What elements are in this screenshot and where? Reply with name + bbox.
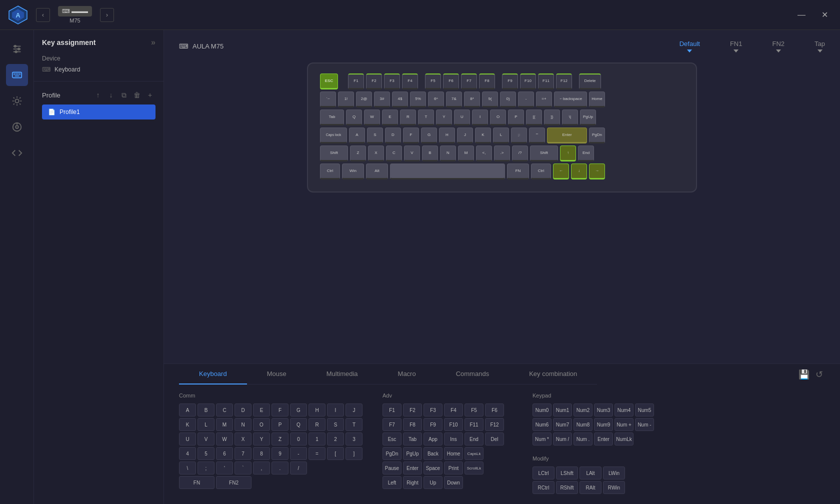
comm-key-r[interactable]: R (308, 418, 326, 431)
kp-num7[interactable]: Num7 (553, 418, 572, 431)
key-up[interactable]: ↑ (560, 146, 576, 162)
key-p[interactable]: P (508, 110, 524, 126)
key-enter[interactable]: Enter (547, 128, 587, 144)
key-quote[interactable]: '" (529, 128, 545, 144)
key-l[interactable]: L (493, 128, 509, 144)
comm-key-p[interactable]: P (272, 418, 288, 431)
key-c[interactable]: C (386, 146, 402, 162)
sidebar-item-key-assignment[interactable] (6, 64, 28, 86)
comm-key-k[interactable]: K (179, 418, 196, 431)
kp-numdot[interactable]: Num . (574, 432, 592, 446)
comm-key-comma[interactable]: , (253, 462, 270, 474)
key-z[interactable]: Z (350, 146, 366, 162)
kp-num6[interactable]: Num6 (532, 418, 552, 431)
key-j[interactable]: J (457, 128, 473, 144)
comm-key-minus[interactable]: - (290, 447, 307, 460)
comm-key-lbracket[interactable]: [ (327, 447, 344, 460)
key-b[interactable]: B (422, 146, 438, 162)
comm-key-rbracket[interactable]: ] (346, 447, 362, 460)
comm-key-t[interactable]: T (346, 418, 362, 431)
comm-key-1[interactable]: 1 (308, 432, 326, 446)
adv-key-esc[interactable]: Esc (382, 432, 402, 446)
key-3[interactable]: 3# (374, 92, 390, 108)
key-1[interactable]: 1! (338, 92, 354, 108)
key-space[interactable] (390, 164, 505, 180)
comm-key-b[interactable]: B (198, 404, 214, 416)
close-button[interactable]: ✕ (818, 8, 832, 22)
comm-key-o[interactable]: O (253, 418, 270, 431)
adv-key-back[interactable]: Back (424, 447, 442, 460)
profile-item-profile1[interactable]: 📄 Profile1 (42, 104, 156, 120)
key-tab[interactable]: Tab (320, 110, 344, 126)
key-i[interactable]: I (472, 110, 488, 126)
adv-key-f8[interactable]: F8 (403, 418, 422, 431)
key-down[interactable]: ↓ (571, 164, 587, 180)
comm-key-c[interactable]: C (216, 404, 233, 416)
save-button[interactable]: 💾 (798, 369, 810, 380)
mod-lctrl[interactable]: LCtrl (532, 466, 554, 480)
comm-key-period[interactable]: . (272, 462, 288, 474)
comm-key-a[interactable]: A (179, 404, 196, 416)
key-capslock[interactable]: Caps lock (320, 128, 347, 144)
adv-key-f2[interactable]: F2 (403, 404, 422, 416)
comm-key-z[interactable]: Z (272, 432, 288, 446)
key-s[interactable]: S (367, 128, 383, 144)
key-7[interactable]: 7& (446, 92, 462, 108)
key-u[interactable]: U (454, 110, 470, 126)
mod-rctrl[interactable]: RCtrl (532, 481, 554, 494)
nav-forward-button[interactable]: › (100, 8, 114, 22)
comm-key-equals[interactable]: = (308, 447, 326, 460)
key-f6[interactable]: F6 (443, 74, 459, 90)
mod-rwin[interactable]: RWin (603, 481, 625, 494)
kp-numplus[interactable]: Num + (614, 418, 634, 431)
adv-key-f9[interactable]: F9 (424, 418, 442, 431)
tab-multimedia[interactable]: Multimedia (306, 364, 378, 384)
adv-key-f3[interactable]: F3 (424, 404, 442, 416)
nav-back-button[interactable]: ‹ (36, 8, 50, 22)
kp-num2[interactable]: Num2 (574, 404, 592, 416)
comm-key-semicolon[interactable]: ; (198, 462, 214, 474)
key-slash[interactable]: /? (512, 146, 528, 162)
key-8[interactable]: 8* (464, 92, 480, 108)
mode-tab-fn1[interactable]: FN1 (730, 40, 742, 52)
key-a[interactable]: A (349, 128, 365, 144)
adv-key-capslk[interactable]: CapsLk (464, 447, 484, 460)
comm-key-6[interactable]: 6 (216, 447, 233, 460)
profile-copy-button[interactable]: ⧉ (118, 90, 130, 100)
comm-key-x[interactable]: X (234, 432, 252, 446)
key-period[interactable]: .> (494, 146, 510, 162)
profile-add-button[interactable]: + (144, 90, 156, 100)
key-e[interactable]: E (382, 110, 398, 126)
adv-key-tab[interactable]: Tab (403, 432, 422, 446)
key-shift-left[interactable]: Shift (320, 146, 348, 162)
kp-num0[interactable]: Num0 (532, 404, 552, 416)
adv-key-end[interactable]: End (464, 432, 484, 446)
kp-num4[interactable]: Num4 (614, 404, 634, 416)
tab-macro[interactable]: Macro (378, 364, 436, 384)
adv-key-up[interactable]: Up (424, 476, 442, 489)
key-esc[interactable]: ESC (320, 74, 338, 90)
comm-key-2[interactable]: 2 (327, 432, 344, 446)
key-q[interactable]: Q (346, 110, 362, 126)
adv-key-f7[interactable]: F7 (382, 418, 402, 431)
adv-key-down[interactable]: Down (444, 476, 463, 489)
adv-key-scrolllk[interactable]: ScrollLk (464, 462, 484, 474)
key-rbracket[interactable]: ]} (544, 110, 560, 126)
comm-key-v[interactable]: V (198, 432, 214, 446)
key-f11[interactable]: F11 (538, 74, 554, 90)
kp-num3[interactable]: Num3 (594, 404, 613, 416)
adv-key-f10[interactable]: F10 (444, 418, 463, 431)
key-semicolon[interactable]: ;: (511, 128, 527, 144)
adv-key-ins[interactable]: Ins (444, 432, 463, 446)
adv-key-f5[interactable]: F5 (464, 404, 484, 416)
adv-key-pgdn[interactable]: PgDn (382, 447, 402, 460)
comm-key-backslash[interactable]: \ (179, 462, 196, 474)
kp-num5[interactable]: Num5 (635, 404, 654, 416)
kp-num1[interactable]: Num1 (553, 404, 572, 416)
tab-mouse[interactable]: Mouse (247, 364, 306, 384)
mod-rshift[interactable]: RShift (556, 481, 578, 494)
key-f[interactable]: F (403, 128, 419, 144)
key-equals[interactable]: =+ (536, 92, 552, 108)
key-alt[interactable]: Alt (366, 164, 388, 180)
key-0[interactable]: 0) (500, 92, 516, 108)
